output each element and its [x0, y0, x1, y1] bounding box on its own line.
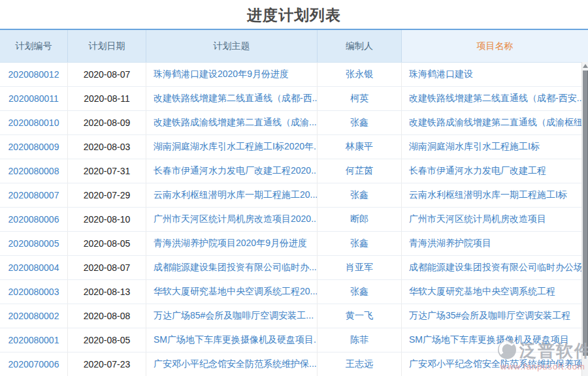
plan-subject-link[interactable]: 青海洪湖养护院项目2020年9月份进度 [146, 232, 318, 255]
column-header-project-name[interactable]: 项目名称 [402, 30, 588, 62]
compiler-name: 张鑫 [318, 280, 402, 304]
plan-id-link[interactable]: 2020080002 [0, 304, 68, 328]
column-header-plan-id: 计划编号 [0, 30, 68, 62]
table-row: 20200800012020-08-05SM广场地下车库更换摄像机及硬盘项目..… [0, 328, 588, 352]
plan-subject-link[interactable]: SM广场地下车库更换摄像机及硬盘项目... [146, 328, 318, 352]
plan-id-link[interactable]: 2020070006 [0, 352, 68, 376]
project-name-link[interactable]: 青海洪湖养护院项目 [402, 232, 588, 255]
scrollbar-thumb[interactable] [583, 70, 588, 356]
compiler-name: 陈菲 [318, 328, 402, 352]
plan-id-link[interactable]: 2020080003 [0, 280, 68, 304]
column-header-compiler: 编制人 [318, 30, 402, 62]
plan-id-link[interactable]: 2020080004 [0, 256, 68, 279]
table-row: 20200800112020-08-11改建铁路线增建第二线直通线（成都-西..… [0, 87, 588, 111]
plan-subject-link[interactable]: 改建铁路成渝线增建第二直通线（成渝... [146, 111, 318, 134]
project-name-link[interactable]: 成都能源建设集团投资有限公司临时办公场... [402, 256, 588, 279]
plan-id-link[interactable]: 2020080007 [0, 183, 68, 207]
plan-date: 2020-08-13 [68, 280, 146, 304]
project-name-link[interactable]: 改建铁路线增建第二线直通线（成都-西安... [402, 87, 588, 110]
compiler-name: 断郎 [318, 208, 402, 231]
compiler-name: 黄一飞 [318, 304, 402, 328]
plan-subject-link[interactable]: 长春市伊通河水力发电厂改建工程2020... [146, 159, 318, 183]
project-name-link[interactable]: 广州市天河区统计局机房改造项目 [402, 208, 588, 231]
plan-date: 2020-08-07 [68, 63, 146, 86]
plan-date: 2020-07-23 [68, 352, 146, 376]
progress-plan-table: 计划编号 计划日期 计划主题 编制人 项目名称 20200800122020-0… [0, 29, 588, 376]
plan-id-link[interactable]: 2020080011 [0, 87, 68, 110]
compiler-name: 肖亚军 [318, 256, 402, 279]
project-name-link[interactable]: 万达广场35#会所及咖啡厅空调安装工程 [402, 304, 588, 328]
plan-date: 2020-08-05 [68, 232, 146, 255]
project-name-link[interactable]: 湖南洞庭湖水库引水工程施工I标 [402, 135, 588, 159]
table-row: 20200800052020-08-05青海洪湖养护院项目2020年9月份进度张… [0, 232, 588, 256]
plan-id-link[interactable]: 2020080005 [0, 232, 68, 255]
column-header-plan-subject: 计划主题 [146, 30, 318, 62]
plan-subject-link[interactable]: 成都能源建设集团投资有限公司临时办... [146, 256, 318, 279]
table-row: 20200800122020-08-07珠海鹤港口建设2020年9月份进度张永银… [0, 63, 588, 87]
plan-subject-link[interactable]: 华软大厦研究基地中央空调系统工程20... [146, 280, 318, 304]
compiler-name: 张鑫 [318, 183, 402, 207]
compiler-name: 张永银 [318, 63, 402, 86]
plan-date: 2020-08-05 [68, 328, 146, 352]
project-name-link[interactable]: 华软大厦研究基地中央空调系统工程 [402, 280, 588, 304]
project-name-link[interactable]: 云南水利枢纽潜明水库一期工程施工I标 [402, 183, 588, 207]
plan-date: 2020-07-29 [68, 183, 146, 207]
plan-id-link[interactable]: 2020080001 [0, 328, 68, 352]
plan-subject-link[interactable]: 云南水利枢纽潜明水库一期工程施工20... [146, 183, 318, 207]
plan-subject-link[interactable]: 广安邓小平纪念馆安全防范系统维护保... [146, 352, 318, 376]
plan-id-link[interactable]: 2020080010 [0, 111, 68, 134]
compiler-name: 何芷茵 [318, 159, 402, 183]
plan-date: 2020-08-09 [68, 111, 146, 134]
plan-subject-link[interactable]: 珠海鹤港口建设2020年9月份进度 [146, 63, 318, 86]
table-row: 20200700062020-07-23广安邓小平纪念馆安全防范系统维护保...… [0, 352, 588, 376]
plan-subject-link[interactable]: 广州市天河区统计局机房改造项目2020... [146, 208, 318, 231]
plan-date: 2020-08-11 [68, 87, 146, 110]
plan-subject-link[interactable]: 湖南洞庭湖水库引水工程施工I标2020年... [146, 135, 318, 159]
project-name-link[interactable]: 广安邓小平纪念馆安全防范系统维护保养项目 [402, 352, 588, 376]
vertical-scrollbar[interactable] [581, 62, 588, 376]
project-name-link[interactable]: 改建铁路成渝线增建第二直通线（成渝枢纽... [402, 111, 588, 134]
compiler-name: 张鑫 [318, 232, 402, 255]
table-row: 20200800032020-08-13华软大厦研究基地中央空调系统工程20..… [0, 280, 588, 304]
scroll-up-arrow-icon[interactable] [583, 64, 588, 68]
column-header-plan-date: 计划日期 [68, 30, 146, 62]
plan-subject-link[interactable]: 万达广场85#会所及咖啡厅空调安装工... [146, 304, 318, 328]
table-row: 20200800102020-08-09改建铁路成渝线增建第二直通线（成渝...… [0, 111, 588, 135]
plan-date: 2020-07-31 [68, 159, 146, 183]
plan-date: 2020-08-03 [68, 135, 146, 159]
project-name-link[interactable]: 长春市伊通河水力发电厂改建工程 [402, 159, 588, 183]
table-row: 20200800082020-07-31长春市伊通河水力发电厂改建工程2020.… [0, 159, 588, 183]
project-name-link[interactable]: 珠海鹤港口建设 [402, 63, 588, 86]
table-row: 20200800072020-07-29云南水利枢纽潜明水库一期工程施工20..… [0, 183, 588, 208]
plan-id-link[interactable]: 2020080009 [0, 135, 68, 159]
plan-date: 2020-08-10 [68, 208, 146, 231]
page-title: 进度计划列表 [0, 0, 588, 29]
plan-subject-link[interactable]: 改建铁路线增建第二线直通线（成都-西... [146, 87, 318, 110]
compiler-name: 林康平 [318, 135, 402, 159]
compiler-name: 柯英 [318, 87, 402, 110]
compiler-name: 张鑫 [318, 111, 402, 134]
compiler-name: 王志远 [318, 352, 402, 376]
plan-date: 2020-08-07 [68, 256, 146, 279]
table-row: 20200800042020-08-07成都能源建设集团投资有限公司临时办...… [0, 256, 588, 280]
table-body: 20200800122020-08-07珠海鹤港口建设2020年9月份进度张永银… [0, 63, 588, 376]
table-row: 20200800092020-08-03湖南洞庭湖水库引水工程施工I标2020年… [0, 135, 588, 159]
project-name-link[interactable]: SM广场地下车库更换摄像机及硬盘项目 [402, 328, 588, 352]
table-header-row: 计划编号 计划日期 计划主题 编制人 项目名称 [0, 29, 588, 63]
plan-id-link[interactable]: 2020080008 [0, 159, 68, 183]
plan-id-link[interactable]: 2020080012 [0, 63, 68, 86]
table-row: 20200800022020-08-08万达广场85#会所及咖啡厅空调安装工..… [0, 304, 588, 328]
plan-date: 2020-08-08 [68, 304, 146, 328]
plan-id-link[interactable]: 2020080006 [0, 208, 68, 231]
table-row: 20200800062020-08-10广州市天河区统计局机房改造项目2020.… [0, 208, 588, 232]
